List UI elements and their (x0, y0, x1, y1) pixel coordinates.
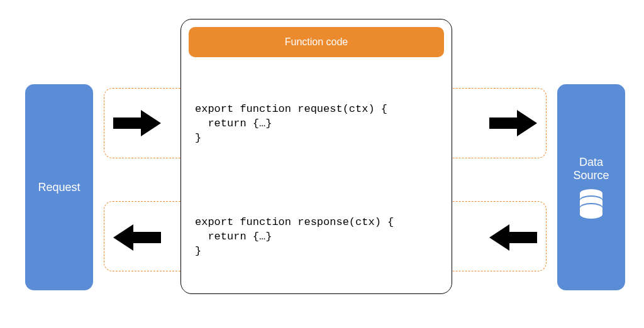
datasource-line2: Source (573, 169, 609, 182)
datasource-box: Data Source (557, 84, 625, 290)
arrow-right-icon (113, 110, 161, 136)
function-header-label: Function code (285, 36, 348, 48)
datasource-label: Data Source (573, 156, 609, 182)
database-icon (577, 189, 605, 219)
request-code: export function request(ctx) { return {…… (195, 102, 387, 146)
datasource-line1: Data (573, 156, 609, 169)
arrow-left-icon (489, 224, 537, 251)
response-code: export function response(ctx) { return {… (195, 216, 394, 259)
function-code-box: Function code export function request(ct… (180, 19, 452, 294)
arrow-right-icon (489, 110, 537, 136)
function-header: Function code (189, 27, 444, 57)
request-box: Request (25, 84, 93, 290)
arrow-left-icon (113, 224, 161, 251)
request-label: Request (38, 181, 80, 194)
